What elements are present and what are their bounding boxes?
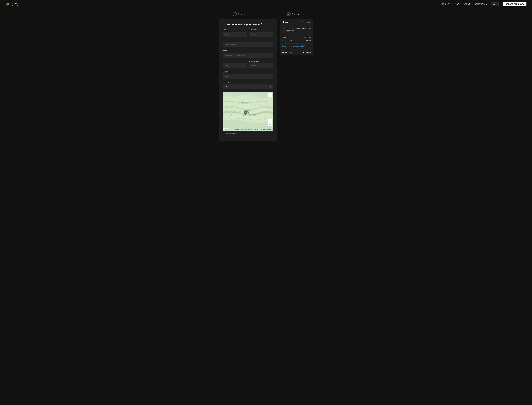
surname-input[interactable] bbox=[249, 32, 273, 37]
order-item: 1 x GIRLS GIRLS GIRLS - Neon Sign €190,0… bbox=[280, 25, 313, 34]
order-status-badge: Processing bbox=[302, 21, 311, 23]
name-label: Name* bbox=[223, 29, 247, 31]
map-attribution-terms: Keyboard shortcuts Map data ©2023 Terms … bbox=[234, 129, 273, 130]
cell-required: * bbox=[239, 133, 239, 135]
nav-links: UPLOAD AN IMAGE ABOUT CONTACT US en ▼ CR… bbox=[441, 2, 526, 6]
name-input[interactable] bbox=[223, 32, 247, 37]
grand-total-label: Grand Total bbox=[282, 51, 293, 54]
surname-label: Surname* bbox=[249, 29, 273, 31]
name-required: * bbox=[228, 29, 229, 31]
step-1-number: 1 bbox=[234, 13, 235, 15]
total-value: €190,00 bbox=[304, 36, 311, 38]
address-input[interactable] bbox=[223, 53, 273, 58]
country-select-wrapper: Greece Cyprus United States United Kingd… bbox=[223, 84, 273, 89]
step-2-label: Payment bbox=[292, 13, 299, 15]
city-postal-row: City* Postal Code* bbox=[223, 60, 273, 71]
voucher-link[interactable]: Do you have voucher code ? bbox=[282, 45, 305, 47]
nav-upload-link[interactable]: UPLOAD AN IMAGE bbox=[441, 3, 459, 5]
form-title: Do you want a receipt or invoice? bbox=[223, 23, 273, 26]
svg-text:Αγ. Παρασκευή: Αγ. Παρασκευή bbox=[241, 102, 248, 103]
svg-text:Βράχα: Βράχα bbox=[234, 112, 237, 113]
grand-total-row: Grand Total €199,90 bbox=[280, 49, 313, 55]
svg-text:Αιτωλοακαρνανία: Αιτωλοακαρνανία bbox=[249, 114, 257, 115]
order-item-name: GIRLS GIRLS GIRLS - Neon Sign bbox=[286, 27, 304, 32]
cell-phone-field-group: Cell Phone Number* bbox=[223, 133, 273, 135]
map-zoom-in-button[interactable]: + bbox=[268, 119, 272, 123]
email-input[interactable] bbox=[223, 42, 273, 47]
city-input[interactable] bbox=[223, 63, 247, 68]
order-item-price: €190,00 bbox=[304, 27, 311, 29]
email-field-group: Email* bbox=[223, 39, 273, 47]
postal-field-group: Postal Code* bbox=[249, 60, 273, 68]
step-2-circle: 2 bbox=[287, 12, 290, 16]
order-header: Order Processing bbox=[280, 19, 313, 25]
navbar: Neon loving UPLOAD AN IMAGE ABOUT CONTAC… bbox=[0, 0, 532, 8]
logo-icon bbox=[6, 2, 11, 7]
svg-text:Δρομάτα: Δρομάτα bbox=[230, 110, 234, 112]
order-title: Order bbox=[282, 21, 288, 23]
surname-field-group: Surname* bbox=[249, 29, 273, 37]
step-1: 1 Address bbox=[233, 12, 245, 16]
country-select[interactable]: Greece Cyprus United States United Kingd… bbox=[223, 84, 273, 89]
email-required: * bbox=[228, 39, 228, 41]
state-label: State* bbox=[223, 71, 273, 73]
step-2: 2 Payment bbox=[287, 12, 299, 16]
order-item-left: 1 x GIRLS GIRLS GIRLS - Neon Sign bbox=[282, 27, 304, 32]
state-input[interactable] bbox=[223, 74, 273, 79]
courier-label: ACS Courier bbox=[282, 39, 292, 41]
create-own-button[interactable]: CREATE YOUR OWN bbox=[503, 2, 526, 6]
country-required: * bbox=[229, 81, 230, 83]
city-label: City* bbox=[223, 60, 247, 62]
step-2-number: 2 bbox=[288, 13, 289, 15]
logo-loving-text: loving bbox=[12, 5, 18, 6]
map-attribution-google: Google bbox=[223, 128, 229, 130]
postal-required: * bbox=[259, 60, 260, 62]
name-field-group: Name* bbox=[223, 29, 247, 37]
form-card: Do you want a receipt or invoice? Name* … bbox=[219, 19, 277, 141]
name-surname-row: Name* Surname* bbox=[223, 29, 273, 39]
country-label: Country* bbox=[223, 81, 273, 83]
courier-value: €9,90 bbox=[306, 39, 311, 41]
svg-text:Χοχλιά: Χοχλιά bbox=[238, 117, 242, 119]
map-zoom-controls: + − bbox=[268, 119, 272, 127]
svg-text:Παράβολα: Παράβολα bbox=[243, 115, 248, 116]
map-zoom-out-button[interactable]: − bbox=[268, 123, 272, 127]
svg-point-20 bbox=[245, 112, 246, 113]
svg-text:Μεσοχώρι: Μεσοχώρι bbox=[236, 105, 241, 107]
map-container: Αγ. Παρασκευή Άγιοι Απόστολοι Μεσοχώρι Δ… bbox=[223, 92, 273, 131]
country-field-group: Country* Greece Cyprus United States Uni… bbox=[223, 81, 273, 89]
state-field-group: State* bbox=[223, 71, 273, 79]
courier-row: ACS Courier €9,90 bbox=[282, 39, 311, 41]
lang-selector[interactable]: en ▼ bbox=[491, 2, 498, 6]
city-field-group: City* bbox=[223, 60, 247, 68]
svg-text:Λαγγιές: Λαγγιές bbox=[229, 113, 233, 115]
step-1-circle: 1 bbox=[233, 12, 237, 16]
city-required: * bbox=[226, 60, 227, 62]
order-card: Order Processing 1 x GIRLS GIRLS GIRLS -… bbox=[280, 19, 313, 55]
order-item-qty: 1 x bbox=[282, 27, 285, 29]
lang-value: en bbox=[493, 3, 495, 5]
main-layout: Do you want a receipt or invoice? Name* … bbox=[0, 19, 532, 149]
logo-neon-text: Neon bbox=[12, 2, 18, 5]
svg-point-2 bbox=[7, 3, 8, 4]
address-label: Address* bbox=[223, 50, 273, 52]
lang-chevron-icon: ▼ bbox=[495, 3, 497, 5]
stepper: 1 Address 2 Payment bbox=[233, 12, 299, 16]
address-required: * bbox=[230, 50, 230, 52]
step-1-label: Address bbox=[238, 13, 245, 15]
voucher-section: Do you have voucher code ? bbox=[280, 43, 313, 49]
nav-about-link[interactable]: ABOUT bbox=[464, 3, 470, 5]
total-label: Total bbox=[282, 36, 286, 38]
map-fullscreen-button[interactable] bbox=[268, 93, 272, 97]
postal-input[interactable] bbox=[249, 63, 273, 68]
order-total-row: Total €190,00 bbox=[282, 36, 311, 38]
order-totals: Total €190,00 ACS Courier €9,90 bbox=[280, 34, 313, 43]
nav-contact-link[interactable]: CONTACT US bbox=[474, 3, 487, 5]
stepper-container: 1 Address 2 Payment bbox=[0, 8, 532, 19]
svg-text:Άγιοι Απόστολοι: Άγιοι Απόστολοι bbox=[245, 104, 253, 106]
postal-label: Postal Code* bbox=[249, 60, 273, 62]
state-required: * bbox=[227, 71, 228, 73]
cell-phone-label: Cell Phone Number* bbox=[223, 133, 273, 135]
surname-required: * bbox=[256, 29, 257, 31]
logo: Neon loving bbox=[6, 2, 18, 7]
